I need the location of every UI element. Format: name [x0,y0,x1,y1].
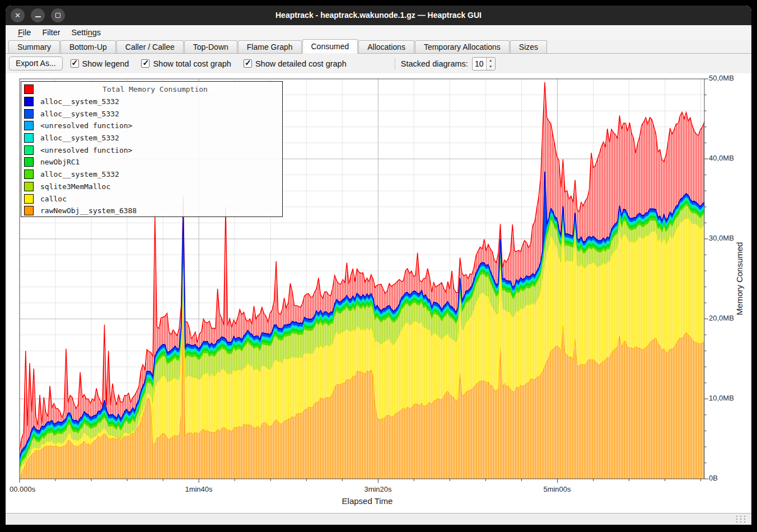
legend-swatch [24,97,34,106]
legend-swatch [24,157,34,167]
resize-grip[interactable] [736,515,748,523]
tab-top-down[interactable]: Top-Down [184,40,237,53]
show-detailed-cost-checkbox-group[interactable]: Show detailed cost graph [244,59,347,68]
legend-item: rawNewObj__system_6388 [21,205,282,217]
menu-bar: File Filter Settings [6,25,751,39]
legend-item-total: Total Memory Consumption [21,83,282,96]
show-detailed-cost-label: Show detailed cost graph [255,59,347,68]
tab-flame-graph[interactable]: Flame Graph [238,40,302,53]
y-tick-40: 40,0MB [709,154,734,162]
legend-item: <unresolved function> [21,144,282,156]
legend-swatch [24,182,34,191]
legend-swatch [24,133,34,143]
tab-sizes[interactable]: Sizes [510,40,547,53]
tab-bottom-up[interactable]: Bottom-Up [60,40,116,53]
legend-item: alloc__system_5332 [21,132,282,144]
y-tick-10: 10,0MB [709,394,734,402]
show-total-cost-checkbox[interactable] [141,59,149,68]
show-total-cost-label: Show total cost graph [153,59,231,68]
heaptrack-window: ✕ Heaptrack - heaptrack.wakunode.1.gz — … [6,6,751,525]
chart-legend: Total Memory Consumption alloc__system_5… [21,81,283,217]
tab-caller-callee[interactable]: Caller / Callee [116,40,184,53]
x-tick-1min40s: 1min40s [174,485,224,493]
spinner-up-button[interactable]: ▲ [487,58,495,64]
tab-summary[interactable]: Summary [8,40,60,53]
show-legend-checkbox[interactable] [71,59,79,68]
x-axis-title: Elapsed Time [6,496,729,506]
x-tick-5min00s: 5min00s [532,485,582,493]
menu-file[interactable]: File [12,27,36,38]
show-legend-label: Show legend [82,59,129,68]
stacked-diagrams-label: Stacked diagrams: [401,59,468,68]
legend-swatch [24,206,34,215]
tab-allocations[interactable]: Allocations [358,40,414,53]
show-total-cost-checkbox-group[interactable]: Show total cost graph [141,59,231,68]
menu-filter[interactable]: Filter [36,27,66,38]
toolbar: Export As... Show legend Show total cost… [6,54,751,73]
legend-item: alloc__system_5332 [21,168,282,181]
legend-item: alloc__system_5332 [21,107,282,120]
titlebar[interactable]: ✕ Heaptrack - heaptrack.wakunode.1.gz — … [6,6,751,25]
legend-item: calloc [21,192,282,205]
x-tick-3min20s: 3min20s [353,485,403,493]
memory-consumption-chart[interactable]: 0B 10,0MB 20,0MB 30,0MB 40,0MB 50,0MB 00… [6,73,751,514]
show-detailed-cost-checkbox[interactable] [244,59,252,68]
stacked-diagrams-spinner[interactable]: 10 ▲ ▼ [472,57,496,70]
toolbar-separator [395,58,395,69]
tab-consumed[interactable]: Consumed [302,39,358,54]
y-axis-title: Memory Consumed [735,223,746,335]
y-tick-50: 50,0MB [709,74,734,82]
legend-item: <unresolved function> [21,120,282,132]
window-title: Heaptrack - heaptrack.wakunode.1.gz — He… [6,6,751,25]
y-tick-30: 30,0MB [709,234,734,242]
legend-swatch [24,109,34,119]
legend-item: alloc__system_5332 [21,96,282,108]
legend-swatch [24,121,34,130]
tab-temporary-allocations[interactable]: Temporary Allocations [415,40,510,53]
y-tick-20: 20,0MB [709,314,734,322]
show-legend-checkbox-group[interactable]: Show legend [71,59,129,68]
menu-settings[interactable]: Settings [66,27,106,38]
x-tick-0s: 00.000s [10,485,35,493]
legend-swatch [24,170,34,179]
y-tick-0: 0B [709,474,718,482]
export-as-button[interactable]: Export As... [9,57,63,70]
legend-item: newObjRC1 [21,156,282,168]
spinner-down-button[interactable]: ▼ [487,64,495,70]
stacked-diagrams-value[interactable]: 10 [473,58,486,70]
tab-bar: Summary Bottom-Up Caller / Callee Top-Do… [6,39,751,54]
status-strip [6,514,751,525]
legend-swatch [24,145,34,155]
legend-item: sqlite3MemMalloc [21,181,282,193]
legend-swatch [24,194,34,204]
